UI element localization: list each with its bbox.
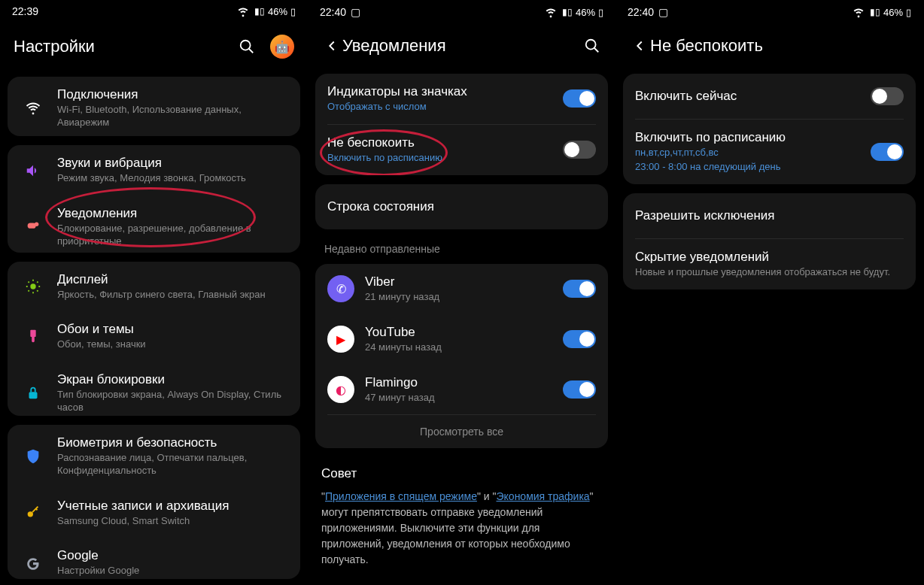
app-name: YouTube (365, 325, 563, 340)
row-sub: Обои, темы, значки (57, 338, 288, 351)
section-recent-apps: ✆ Viber 21 минуту назад ▶ YouTube 24 мин… (315, 264, 608, 449)
row-title: Обои и темы (57, 322, 288, 337)
notification-icon (20, 219, 47, 235)
row-title: Включить сейчас (635, 89, 871, 104)
app-name: Flamingo (365, 375, 563, 390)
toggle-app[interactable] (563, 280, 596, 298)
svg-point-3 (35, 223, 39, 227)
row-sub: Режим звука, Мелодия звонка, Громкость (57, 172, 288, 185)
screen-settings: 22:39 ▮▯ 46% ▯ Настройки 🤖 Подключения W… (2, 2, 306, 583)
signal-icon: ▮▯ (562, 7, 573, 17)
section-dnd-extra: Разрешить исключения Скрытие уведомлений… (623, 193, 916, 289)
row-sub: Отображать с числом (327, 101, 563, 114)
row-title: Не беспокоить (327, 135, 563, 150)
signal-icon: ▮▯ (870, 7, 880, 17)
row-sounds[interactable]: Звуки и вибрация Режим звука, Мелодия зв… (8, 145, 300, 196)
row-enable-now[interactable]: Включить сейчас (623, 74, 916, 119)
search-icon[interactable] (237, 37, 257, 56)
row-notifications[interactable]: Уведомления Блокирование, разрешение, до… (8, 196, 300, 252)
row-sub: Тип блокировки экрана, Always On Display… (57, 389, 288, 414)
row-display[interactable]: Дисплей Яркость, Фильтр синего света, Гл… (8, 262, 300, 312)
row-schedule[interactable]: Включить по расписанию пн,вт,ср,чт,пт,сб… (623, 120, 916, 184)
row-title: Дисплей (57, 272, 288, 287)
back-icon[interactable] (629, 38, 650, 54)
search-icon[interactable] (582, 36, 602, 56)
key-icon (20, 505, 47, 521)
row-sub: Samsung Cloud, Smart Switch (57, 515, 288, 528)
google-icon (20, 555, 47, 571)
header: Настройки 🤖 (2, 21, 306, 72)
row-sub-time: 23:00 - 8:00 на следующий день (635, 161, 871, 174)
section-connections: Подключения Wi-Fi, Bluetooth, Использова… (8, 77, 300, 136)
row-sub: Распознавание лица, Отпечатки пальцев, К… (57, 452, 288, 477)
row-dnd[interactable]: Не беспокоить Включить по расписанию (315, 125, 608, 175)
section-indicators: Индикаторы на значках Отображать с число… (315, 74, 608, 175)
row-title: Учетные записи и архивация (57, 499, 288, 514)
row-app-youtube[interactable]: ▶ YouTube 24 минуты назад (315, 314, 608, 365)
image-icon: ▢ (658, 6, 668, 18)
battery-text: 46% (883, 7, 903, 18)
view-all-button[interactable]: Просмотреть все (315, 415, 608, 448)
row-title: Скрытие уведомлений (635, 250, 904, 265)
row-hide-notifications[interactable]: Скрытие уведомлений Новые и прошлые увед… (623, 239, 916, 289)
row-title: Включить по расписанию (635, 130, 871, 145)
row-title: Звуки и вибрация (57, 156, 288, 171)
tip-link-sleeping[interactable]: Приложения в спящем режиме (325, 490, 477, 502)
wifi-icon (235, 2, 251, 21)
toggle-badge[interactable] (563, 89, 596, 108)
row-connections[interactable]: Подключения Wi-Fi, Bluetooth, Использова… (8, 77, 300, 136)
app-time: 24 минуты назад (365, 341, 563, 354)
battery-icon: ▯ (906, 7, 911, 18)
row-badge-indicators[interactable]: Индикаторы на значках Отображать с число… (315, 74, 608, 124)
youtube-icon: ▶ (327, 326, 354, 353)
wifi-icon (20, 100, 47, 117)
avatar[interactable]: 🤖 (270, 35, 294, 59)
page-title: Не беспокоить (650, 36, 910, 56)
app-time: 21 минуту назад (365, 291, 563, 304)
row-exceptions[interactable]: Разрешить исключения (623, 193, 916, 238)
tip-link-datasaver[interactable]: Экономия трафика (497, 490, 590, 502)
row-app-viber[interactable]: ✆ Viber 21 минуту назад (315, 264, 608, 314)
tip-title: Совет (321, 466, 602, 481)
row-accounts[interactable]: Учетные записи и архивация Samsung Cloud… (8, 488, 300, 538)
page-title: Уведомления (342, 36, 582, 56)
tip-body: "Приложения в спящем режиме" и "Экономия… (321, 489, 602, 568)
tip-section: Совет "Приложения в спящем режиме" и "Эк… (309, 453, 614, 581)
brightness-icon (20, 278, 47, 295)
row-title: Индикаторы на значках (327, 84, 563, 99)
row-biometrics[interactable]: Биометрия и безопасность Распознавание л… (8, 425, 300, 488)
row-title: Строка состояния (327, 199, 434, 214)
lock-icon (20, 385, 47, 402)
svg-rect-5 (30, 330, 35, 337)
row-app-flamingo[interactable]: ◐ Flamingo 47 минут назад (315, 365, 608, 415)
screen-notifications: 22:40 ▢ ▮▯ 46% ▯ Уведомления Индикаторы … (309, 2, 614, 583)
svg-point-0 (241, 41, 251, 50)
toggle-dnd[interactable] (563, 141, 596, 159)
row-google[interactable]: Google Настройки Google (8, 538, 300, 579)
row-sub: Новые и прошлые уведомления отображаться… (635, 266, 904, 279)
toggle-enable-now[interactable] (871, 87, 904, 105)
screen-dnd: 22:40 ▢ ▮▯ 46% ▯ Не беспокоить Включить … (617, 2, 922, 583)
battery-icon: ▯ (290, 6, 296, 17)
wifi-icon (850, 3, 867, 22)
row-sub: Яркость, Фильтр синего света, Главный эк… (57, 289, 288, 302)
status-time: 22:40 (320, 6, 346, 18)
row-title: Экран блокировки (57, 372, 288, 387)
toggle-app[interactable] (563, 330, 596, 348)
row-sub: Настройки Google (57, 565, 288, 577)
section-dnd-main: Включить сейчас Включить по расписанию п… (623, 74, 916, 184)
status-right: ▮▯ 46% ▯ (235, 2, 296, 21)
row-lockscreen[interactable]: Экран блокировки Тип блокировки экрана, … (8, 362, 300, 415)
svg-point-8 (586, 40, 596, 50)
toggle-schedule[interactable] (871, 143, 904, 161)
row-wallpaper[interactable]: Обои и темы Обои, темы, значки (8, 311, 300, 362)
back-icon[interactable] (321, 38, 342, 54)
recent-label: Недавно отправленные (309, 234, 614, 259)
row-status-bar[interactable]: Строка состояния (315, 184, 608, 229)
toggle-app[interactable] (563, 380, 596, 399)
row-title: Подключения (57, 87, 288, 102)
battery-text: 46% (576, 7, 595, 18)
section-security: Биометрия и безопасность Распознавание л… (8, 425, 300, 579)
header: Не беспокоить (617, 23, 922, 69)
status-right: ▮▯ 46% ▯ (543, 3, 603, 22)
